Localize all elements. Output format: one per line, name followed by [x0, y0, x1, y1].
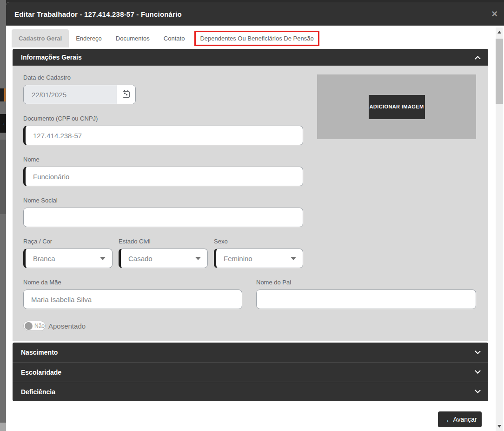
aposentado-row: Não Aposentado: [23, 321, 86, 331]
nome-social-label: Nome Social: [23, 197, 58, 204]
raca-cor-label: Raça / Cor: [23, 238, 52, 245]
background-fragment: [0, 423, 6, 431]
sexo-value: Feminino: [224, 255, 252, 263]
caret-down-icon: [291, 257, 296, 260]
screen: → Editar Trabalhador - 127.414.238-57 - …: [0, 0, 504, 431]
data-cadastro-field: 22/01/2025: [23, 85, 136, 104]
nome-pai-label: Nome do Pai: [256, 279, 291, 286]
vertical-scrollbar[interactable]: [496, 27, 503, 431]
chevron-down-icon: [475, 368, 481, 374]
avancar-label: Avançar: [453, 416, 477, 423]
caret-down-icon: [100, 257, 106, 260]
modal-title: Editar Trabalhador - 127.414.238-57 - Fu…: [6, 10, 182, 18]
nome-pai-input[interactable]: [256, 290, 476, 309]
calendar-button[interactable]: [117, 85, 135, 104]
background-fragment: [0, 88, 6, 101]
tab-contato[interactable]: Contato: [157, 29, 192, 47]
modal-header: Editar Trabalhador - 127.414.238-57 - Fu…: [6, 2, 504, 26]
scroll-down-button[interactable]: [496, 423, 503, 430]
arrow-right-icon: →: [443, 416, 450, 423]
chevron-up-icon: [475, 55, 481, 61]
nome-mae-input[interactable]: [23, 290, 242, 309]
adicionar-imagem-button[interactable]: ADICIONAR IMAGEM: [369, 95, 425, 119]
background-fragment: [0, 140, 6, 214]
scroll-up-button[interactable]: [496, 28, 503, 36]
section-header-deficiencia[interactable]: Deficiência: [13, 382, 488, 401]
sexo-select[interactable]: Feminino: [214, 249, 303, 268]
tab-documentos[interactable]: Documentos: [109, 29, 157, 47]
calendar-icon: [123, 91, 130, 98]
estado-civil-select[interactable]: Casado: [119, 249, 208, 268]
tab-dependentes-ou-beneficiarios[interactable]: Dependentes Ou Beneficiários De Pensão: [194, 31, 319, 46]
section-header-escolaridade[interactable]: Escolaridade: [13, 362, 488, 382]
caret-down-icon: [195, 257, 201, 260]
estado-civil-value: Casado: [128, 255, 153, 263]
edit-worker-modal: Editar Trabalhador - 127.414.238-57 - Fu…: [6, 2, 504, 431]
triangle-up-icon: [497, 31, 501, 34]
raca-cor-value: Branca: [33, 255, 55, 263]
documento-input[interactable]: [23, 126, 303, 145]
close-icon[interactable]: ×: [491, 9, 497, 19]
nome-social-input[interactable]: [23, 208, 303, 227]
toggle-knob-icon: [25, 322, 33, 330]
background-fragment: →: [0, 114, 6, 133]
nome-input[interactable]: [23, 167, 303, 186]
documento-label: Documento (CPF ou CNPJ): [23, 115, 98, 122]
section-title: Informações Gerais: [21, 54, 82, 61]
nome-label: Nome: [23, 156, 40, 163]
chevron-down-icon: [475, 387, 481, 393]
scrollbar-thumb[interactable]: [496, 39, 503, 104]
nome-mae-label: Nome da Mãe: [23, 279, 61, 286]
tab-endereco[interactable]: Endereço: [69, 29, 109, 47]
section-title: Nascimento: [21, 349, 58, 356]
dimmed-background: →: [0, 0, 6, 431]
sexo-label: Sexo: [214, 238, 228, 245]
data-cadastro-label: Data de Cadastro: [23, 74, 71, 81]
tab-cadastro-geral[interactable]: Cadastro Geral: [12, 29, 69, 47]
aposentado-label: Aposentado: [48, 322, 86, 330]
modal-content: Informações Gerais Data de Cadastro 22/0…: [13, 49, 488, 401]
section-title: Deficiência: [21, 388, 55, 396]
section-title: Escolaridade: [21, 369, 61, 376]
chevron-down-icon: [475, 348, 481, 354]
section-header-nascimento[interactable]: Nascimento: [13, 343, 488, 362]
triangle-down-icon: [497, 425, 501, 428]
image-placeholder: ADICIONAR IMAGEM: [317, 74, 476, 139]
section-header-informacoes-gerais[interactable]: Informações Gerais: [13, 49, 488, 66]
avancar-button[interactable]: → Avançar: [438, 411, 482, 427]
aposentado-toggle[interactable]: Não: [23, 321, 46, 331]
estado-civil-label: Estado Civil: [119, 238, 151, 245]
tab-bar: Cadastro Geral Endereço Documentos Conta…: [12, 29, 504, 47]
data-cadastro-value[interactable]: 22/01/2025: [24, 85, 117, 104]
informacoes-gerais-panel: Data de Cadastro 22/01/2025 Documento (C…: [13, 66, 488, 341]
raca-cor-select[interactable]: Branca: [23, 249, 113, 268]
toggle-state-text: Não: [34, 323, 45, 329]
